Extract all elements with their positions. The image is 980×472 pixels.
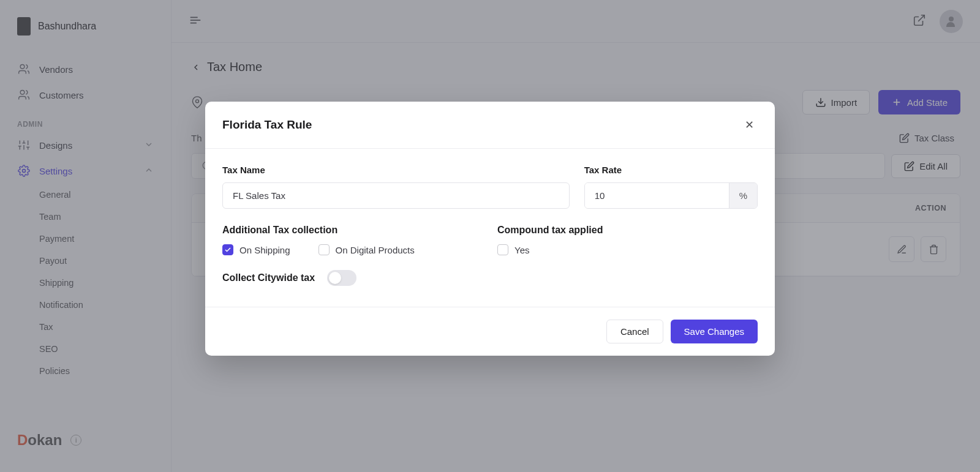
close-icon[interactable]: ✕ [741, 116, 758, 133]
on-shipping-label: On Shipping [239, 245, 290, 255]
additional-tax-label: Additional Tax collection [222, 225, 483, 236]
tax-name-label: Tax Name [222, 165, 570, 175]
checkbox-icon [318, 244, 330, 255]
compound-yes-label: Yes [514, 245, 529, 255]
tax-rate-label: Tax Rate [584, 165, 758, 175]
tax-rule-modal: Florida Tax Rule ✕ Tax Name Tax Rate % [205, 102, 775, 356]
modal-header: Florida Tax Rule ✕ [205, 102, 775, 149]
tax-rate-input[interactable] [585, 183, 729, 208]
rate-suffix: % [729, 183, 757, 208]
compound-tax-label: Compound tax applied [497, 225, 758, 236]
collect-citywide-label: Collect Citywide tax [222, 272, 315, 283]
on-digital-label: On Digital Products [336, 245, 415, 255]
on-digital-checkbox[interactable]: On Digital Products [318, 244, 415, 255]
modal-title: Florida Tax Rule [222, 118, 312, 132]
tax-name-input[interactable] [222, 182, 570, 209]
compound-yes-checkbox[interactable]: Yes [497, 244, 758, 255]
checkbox-icon [222, 244, 233, 255]
modal-overlay: Florida Tax Rule ✕ Tax Name Tax Rate % [0, 0, 980, 472]
toggle-thumb [329, 272, 341, 284]
citywide-toggle[interactable] [327, 270, 356, 286]
on-shipping-checkbox[interactable]: On Shipping [222, 244, 290, 255]
checkbox-icon [497, 244, 508, 255]
cancel-button[interactable]: Cancel [606, 320, 663, 343]
save-button[interactable]: Save Changes [671, 320, 758, 343]
